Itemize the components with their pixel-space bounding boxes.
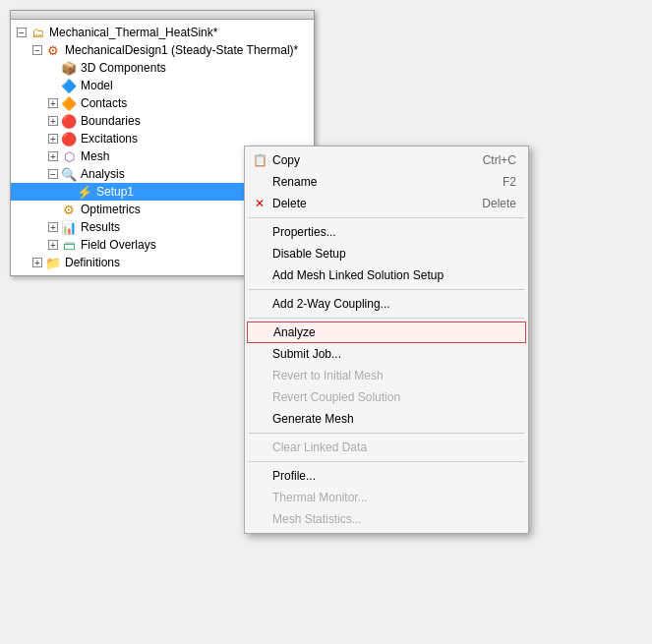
- expand-icon-setup1[interactable]: [62, 185, 76, 199]
- copy-icon: 📋: [251, 151, 268, 169]
- tree-node-icon-optimetrics: ⚙: [60, 202, 78, 217]
- cm-label-disable_setup: Disable Setup: [272, 247, 516, 261]
- cm-item-profile[interactable]: Profile...: [245, 465, 528, 487]
- tree-item-3d[interactable]: 📦 3D Components: [11, 59, 314, 77]
- cm-separator-after-generate_mesh: [249, 433, 524, 434]
- tree-label-setup1: Setup1: [96, 185, 134, 199]
- expand-icon-design[interactable]: −: [30, 43, 44, 57]
- tree-node-icon-contacts: 🔶: [60, 95, 78, 111]
- cm-separator-after-clear_linked: [249, 461, 524, 462]
- tree-node-icon-analysis: 🔍: [60, 166, 78, 182]
- cm-item-add_2way[interactable]: Add 2-Way Coupling...: [245, 293, 528, 315]
- tree-label-definitions: Definitions: [65, 256, 120, 269]
- pm-titlebar: [11, 11, 314, 20]
- tree-label-design: MechanicalDesign1 (Steady-State Thermal)…: [65, 43, 298, 57]
- cm-item-disable_setup[interactable]: Disable Setup: [245, 243, 528, 264]
- expand-icon-contacts[interactable]: +: [46, 96, 60, 110]
- cm-item-copy[interactable]: 📋 Copy Ctrl+C: [245, 149, 528, 171]
- tree-label-results: Results: [81, 220, 120, 234]
- cm-label-analyze: Analyze: [273, 325, 515, 339]
- cm-separator-after-add_mesh_linked: [249, 289, 524, 290]
- cm-item-properties[interactable]: Properties...: [245, 221, 528, 243]
- cm-item-revert_initial_mesh: Revert to Initial Mesh: [245, 365, 528, 386]
- cm-separator-after-delete: [249, 217, 524, 218]
- cm-item-clear_linked: Clear Linked Data: [245, 437, 528, 458]
- cm-label-rename: Rename: [272, 175, 483, 189]
- tree-label-model: Model: [81, 79, 113, 92]
- expand-icon-3d[interactable]: [46, 61, 60, 75]
- tree-item-boundaries[interactable]: + 🔴 Boundaries: [11, 112, 314, 130]
- expand-icon-analysis[interactable]: −: [46, 167, 60, 181]
- cm-shortcut-delete: Delete: [482, 197, 516, 210]
- cm-label-revert_initial_mesh: Revert to Initial Mesh: [272, 369, 516, 382]
- cm-label-delete: Delete: [272, 197, 462, 210]
- cm-label-copy: Copy: [272, 153, 463, 167]
- expand-icon-model[interactable]: [46, 79, 60, 92]
- cm-label-thermal_monitor: Thermal Monitor...: [272, 491, 516, 504]
- expand-icon-results[interactable]: +: [46, 220, 60, 234]
- delete-icon: ✕: [251, 195, 268, 212]
- tree-label-analysis: Analysis: [81, 167, 125, 181]
- tree-node-icon-results: 📊: [60, 219, 78, 235]
- tree-item-root[interactable]: − 🗂 Mechanical_Thermal_HeatSink*: [11, 24, 314, 41]
- tree-label-excitations: Excitations: [81, 132, 138, 146]
- tree-item-model[interactable]: 🔷 Model: [11, 77, 314, 94]
- tree-label-optimetrics: Optimetrics: [81, 203, 141, 216]
- cm-label-profile: Profile...: [272, 469, 516, 483]
- cm-item-revert_coupled: Revert Coupled Solution: [245, 386, 528, 408]
- cm-shortcut-rename: F2: [503, 175, 516, 189]
- context-menu: 📋 Copy Ctrl+C Rename F2 ✕ Delete Delete …: [244, 146, 529, 534]
- tree-node-icon-model: 🔷: [60, 78, 78, 93]
- cm-label-mesh_statistics: Mesh Statistics...: [272, 512, 516, 526]
- tree-label-root: Mechanical_Thermal_HeatSink*: [49, 26, 217, 39]
- tree-label-overlays: Field Overlays: [81, 238, 156, 252]
- tree-label-boundaries: Boundaries: [81, 114, 141, 128]
- cm-item-thermal_monitor: Thermal Monitor...: [245, 487, 528, 508]
- expand-icon-excitations[interactable]: +: [46, 132, 60, 146]
- cm-label-add_mesh_linked: Add Mesh Linked Solution Setup: [272, 268, 516, 282]
- tree-item-design[interactable]: − ⚙ MechanicalDesign1 (Steady-State Ther…: [11, 41, 314, 59]
- tree-node-icon-3d: 📦: [60, 60, 78, 76]
- expand-icon-boundaries[interactable]: +: [46, 114, 60, 128]
- cm-label-generate_mesh: Generate Mesh: [272, 412, 516, 426]
- cm-item-delete[interactable]: ✕ Delete Delete: [245, 193, 528, 214]
- cm-item-rename[interactable]: Rename F2: [245, 171, 528, 193]
- cm-item-generate_mesh[interactable]: Generate Mesh: [245, 408, 528, 430]
- tree-node-icon-excitations: 🔴: [60, 131, 78, 146]
- tree-label-3d: 3D Components: [81, 61, 166, 75]
- cm-item-add_mesh_linked[interactable]: Add Mesh Linked Solution Setup: [245, 264, 528, 286]
- cm-label-revert_coupled: Revert Coupled Solution: [272, 390, 516, 404]
- cm-separator-after-add_2way: [249, 318, 524, 319]
- cm-label-properties: Properties...: [272, 225, 516, 239]
- tree-label-contacts: Contacts: [81, 96, 127, 110]
- cm-shortcut-copy: Ctrl+C: [483, 153, 516, 167]
- cm-label-clear_linked: Clear Linked Data: [272, 440, 516, 454]
- tree-node-icon-boundaries: 🔴: [60, 113, 78, 129]
- tree-node-icon-mesh: ⬡: [60, 148, 78, 164]
- expand-icon-definitions[interactable]: +: [30, 256, 44, 269]
- tree-node-icon-definitions: 📁: [44, 255, 62, 270]
- tree-node-icon-root: 🗂: [29, 25, 46, 40]
- tree-node-icon-design: ⚙: [44, 42, 62, 58]
- cm-item-analyze[interactable]: Analyze: [247, 322, 526, 343]
- expand-icon-optimetrics[interactable]: [46, 203, 60, 216]
- tree-label-mesh: Mesh: [81, 149, 109, 163]
- tree-node-icon-overlays: 🗃: [60, 237, 78, 253]
- expand-icon-mesh[interactable]: +: [46, 149, 60, 163]
- cm-label-submit_job: Submit Job...: [272, 347, 516, 361]
- expand-icon-root[interactable]: −: [15, 26, 29, 39]
- cm-label-add_2way: Add 2-Way Coupling...: [272, 297, 516, 311]
- tree-node-icon-setup1: ⚡: [76, 184, 93, 200]
- expand-icon-overlays[interactable]: +: [46, 238, 60, 252]
- tree-item-contacts[interactable]: + 🔶 Contacts: [11, 94, 314, 112]
- cm-item-submit_job[interactable]: Submit Job...: [245, 343, 528, 365]
- cm-item-mesh_statistics: Mesh Statistics...: [245, 508, 528, 530]
